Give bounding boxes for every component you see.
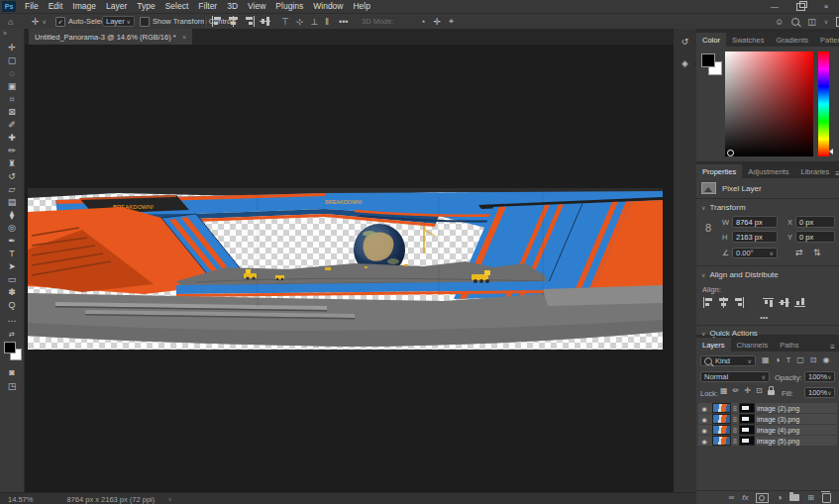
- layer-visibility-icon[interactable]: ◉: [698, 405, 710, 412]
- mask-link-icon[interactable]: 8: [733, 427, 737, 434]
- filter-toggle-icon[interactable]: ◉: [823, 355, 830, 364]
- menu-image[interactable]: Image: [67, 0, 101, 13]
- align-top-icon[interactable]: [763, 297, 774, 308]
- new-group-icon[interactable]: [789, 494, 799, 501]
- layer-row[interactable]: ◉ 8 image (5).png: [698, 436, 837, 446]
- tab-color[interactable]: Color: [696, 33, 726, 47]
- move-tool[interactable]: ✛: [0, 42, 24, 53]
- eraser-tool[interactable]: ▱: [0, 183, 24, 195]
- quick-mask-icon[interactable]: ◙: [0, 366, 24, 378]
- history-brush-tool[interactable]: ↺: [0, 170, 24, 182]
- blur-tool[interactable]: ⧫: [0, 209, 24, 221]
- menu-filter[interactable]: Filter: [193, 0, 222, 13]
- mask-link-icon[interactable]: 8: [733, 416, 737, 423]
- distribute-bottom-icon[interactable]: ⊥: [310, 17, 318, 27]
- layer-mask-thumbnail[interactable]: [740, 437, 754, 445]
- layer-visibility-icon[interactable]: ◉: [698, 416, 710, 423]
- filter-adjustment-layers-icon[interactable]: ◑: [776, 355, 781, 364]
- layer-thumbnail[interactable]: [713, 404, 730, 412]
- align-right-icon[interactable]: [245, 16, 256, 27]
- layer-thumbnail[interactable]: [713, 415, 730, 423]
- filter-pixel-layers-icon[interactable]: ▦: [762, 355, 770, 364]
- minimize-button[interactable]: —: [762, 0, 787, 13]
- tab-paths[interactable]: Paths: [774, 338, 804, 352]
- opacity-value[interactable]: 100%∨: [804, 371, 835, 382]
- path-selection-tool[interactable]: ➤: [0, 260, 24, 272]
- align-section-header[interactable]: ∨Align and Distribute: [701, 270, 779, 279]
- align-left-icon[interactable]: [211, 16, 222, 27]
- pen-tool[interactable]: ✒: [0, 235, 24, 247]
- tab-swatches[interactable]: Swatches: [726, 33, 771, 47]
- hue-slider[interactable]: [818, 51, 829, 156]
- tab-layers[interactable]: Layers: [696, 338, 731, 352]
- link-layers-icon[interactable]: ∞: [729, 493, 735, 502]
- menu-3d[interactable]: 3D: [222, 0, 243, 13]
- canvas-artwork[interactable]: BREAKDOWN! BREAKDOWN!: [28, 188, 663, 350]
- workspace-icon[interactable]: ◫: [807, 17, 816, 27]
- home-icon[interactable]: ⌂: [8, 17, 13, 27]
- rectangle-tool[interactable]: ▭: [0, 273, 24, 285]
- add-mask-icon[interactable]: [756, 493, 769, 503]
- align-middle-icon[interactable]: [779, 297, 789, 308]
- flip-vertical-icon[interactable]: ⇅: [813, 248, 821, 257]
- align-more-icon[interactable]: •••: [760, 313, 768, 322]
- height-field[interactable]: 2163 px: [732, 231, 778, 243]
- auto-select-target-dropdown[interactable]: Layer∨: [102, 16, 135, 27]
- gradient-tool[interactable]: ▤: [0, 196, 24, 208]
- delete-layer-icon[interactable]: [822, 493, 831, 503]
- frame-tool[interactable]: ⊠: [0, 106, 24, 118]
- mask-link-icon[interactable]: 8: [733, 405, 737, 412]
- filter-type-layers-icon[interactable]: T: [786, 355, 790, 364]
- panel-menu-icon[interactable]: ≡: [835, 169, 839, 178]
- filter-smart-objects-icon[interactable]: ⊡: [810, 355, 817, 364]
- account-icon[interactable]: ☺: [775, 17, 784, 27]
- width-field[interactable]: 8764 px: [732, 216, 778, 228]
- zoom-level[interactable]: 14.57%: [8, 495, 33, 504]
- toolbar-more-icon[interactable]: ⋯: [0, 315, 24, 327]
- transform-section-header[interactable]: ∨Transform: [701, 203, 746, 212]
- menu-window[interactable]: Window: [308, 0, 348, 13]
- layer-effects-icon[interactable]: fx: [742, 493, 748, 502]
- status-chevron-icon[interactable]: ›: [168, 495, 171, 504]
- fill-value[interactable]: 100%∨: [804, 387, 835, 398]
- layer-visibility-icon[interactable]: ◉: [698, 438, 710, 445]
- lock-paint-icon[interactable]: ✏: [733, 386, 740, 395]
- dodge-tool[interactable]: ◎: [0, 222, 24, 234]
- type-tool[interactable]: T: [0, 248, 24, 259]
- menu-plugins[interactable]: Plugins: [270, 0, 308, 13]
- lock-all-icon[interactable]: [768, 390, 775, 395]
- document-tab-close-icon[interactable]: ×: [182, 33, 186, 42]
- lasso-tool[interactable]: ◌: [0, 67, 24, 79]
- adjustment-layer-icon[interactable]: ◑: [777, 493, 782, 502]
- show-transform-checkbox[interactable]: [140, 17, 150, 27]
- document-tab[interactable]: Untitled_Panorama-3 @ 14.6% (RGB/16) * ×: [29, 29, 192, 45]
- chevron-down-icon[interactable]: ∨: [43, 18, 47, 25]
- filter-shape-layers-icon[interactable]: ▢: [796, 355, 804, 364]
- hue-slider-marker[interactable]: [829, 149, 833, 154]
- layer-name[interactable]: image (3).png: [757, 416, 799, 423]
- healing-brush-tool[interactable]: ✚: [0, 132, 24, 144]
- mask-link-icon[interactable]: 8: [733, 438, 737, 445]
- brush-tool[interactable]: ✏: [0, 145, 24, 156]
- object-selection-tool[interactable]: ▣: [0, 80, 24, 92]
- layer-thumbnail[interactable]: [713, 437, 730, 445]
- layer-mask-thumbnail[interactable]: [740, 415, 754, 423]
- zoom-tool[interactable]: Q: [0, 299, 24, 311]
- align-right-icon[interactable]: [734, 297, 745, 308]
- eyedropper-tool[interactable]: ✐: [0, 119, 24, 131]
- new-layer-icon[interactable]: ⊞: [807, 493, 814, 502]
- tab-channels[interactable]: Channels: [731, 338, 775, 352]
- align-middle-icon[interactable]: [260, 16, 270, 27]
- 3d-panel-icon[interactable]: ◈: [677, 56, 693, 71]
- hand-tool[interactable]: ✽: [0, 286, 24, 298]
- flip-horizontal-icon[interactable]: ⇄: [795, 248, 803, 257]
- foreground-color-swatch[interactable]: [701, 53, 715, 67]
- layer-row[interactable]: ◉ 8 image (3).png: [698, 414, 837, 424]
- screen-mode-icon[interactable]: ◳: [0, 380, 24, 392]
- expand-tools-icon[interactable]: »: [3, 30, 7, 37]
- layer-row[interactable]: ◉ 8 image (4).png: [698, 425, 837, 435]
- menu-select[interactable]: Select: [160, 0, 194, 13]
- color-saturation-field[interactable]: [725, 51, 813, 156]
- layer-row[interactable]: ◉ 8 image (2).png: [698, 403, 837, 413]
- lock-position-icon[interactable]: ✛: [744, 386, 751, 395]
